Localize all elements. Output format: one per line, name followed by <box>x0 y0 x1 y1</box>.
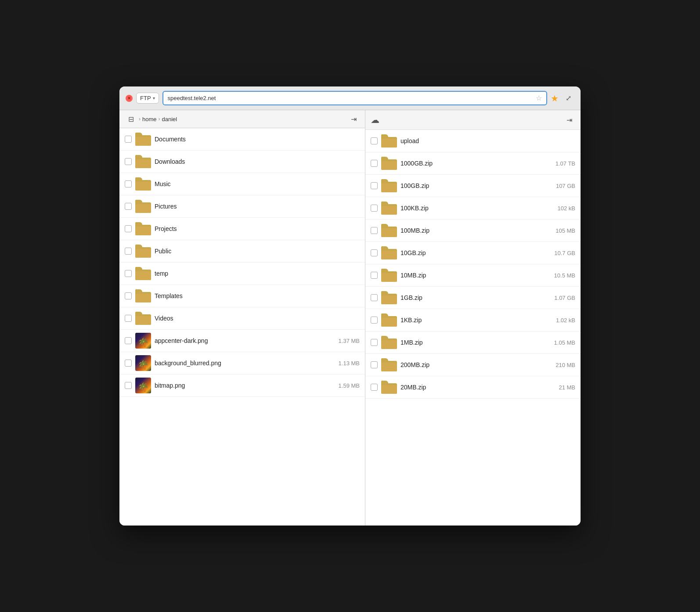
file-checkbox[interactable] <box>371 182 378 189</box>
file-size: 1.37 MB <box>329 338 360 344</box>
file-name: background_blurred.png <box>155 360 325 367</box>
file-size: 1.02 kB <box>545 317 575 324</box>
file-name: 10MB.zip <box>401 272 541 279</box>
list-item[interactable]: 10GB.zip 10.7 GB <box>365 242 581 264</box>
file-checkbox[interactable] <box>371 249 378 256</box>
list-item[interactable]: 100GB.zip 107 GB <box>365 175 581 197</box>
list-item[interactable]: Documents <box>119 128 365 151</box>
file-checkbox[interactable] <box>125 225 132 232</box>
list-item[interactable]: 🌴 bitmap.png 1.59 MB <box>119 374 365 397</box>
file-checkbox[interactable] <box>371 317 378 324</box>
list-item[interactable]: Pictures <box>119 195 365 218</box>
list-item[interactable]: upload <box>365 130 581 152</box>
folder-icon <box>381 200 397 216</box>
file-checkbox[interactable] <box>125 270 132 277</box>
folder-icon <box>381 155 397 171</box>
close-icon: ✕ <box>127 96 131 101</box>
file-checkbox[interactable] <box>125 360 132 367</box>
list-item[interactable]: 100MB.zip 105 MB <box>365 220 581 242</box>
image-thumbnail: 🌴 <box>135 378 151 393</box>
list-item[interactable]: 1KB.zip 1.02 kB <box>365 309 581 331</box>
folder-icon <box>381 133 397 149</box>
list-item[interactable]: 100KB.zip 102 kB <box>365 197 581 220</box>
file-name: 100GB.zip <box>401 182 541 189</box>
left-pane: ⊟ › home › daniel ⇥ <box>119 110 365 526</box>
list-item[interactable]: 10MB.zip 10.5 MB <box>365 264 581 287</box>
file-name: Downloads <box>155 158 325 165</box>
file-name: 1MB.zip <box>401 339 541 346</box>
file-size: 105 MB <box>545 227 575 234</box>
folder-icon <box>381 178 397 194</box>
file-checkbox[interactable] <box>371 227 378 234</box>
file-checkbox[interactable] <box>125 337 132 344</box>
folder-icon <box>135 176 151 192</box>
file-checkbox[interactable] <box>371 272 378 279</box>
list-item[interactable]: Downloads <box>119 151 365 173</box>
close-button[interactable]: ✕ <box>126 95 133 102</box>
file-checkbox[interactable] <box>125 315 132 322</box>
file-name: 1000GB.zip <box>401 160 541 167</box>
expand-button[interactable]: ⤢ <box>562 92 574 104</box>
folder-icon <box>381 290 397 306</box>
file-name: upload <box>401 137 541 144</box>
file-size: 102 kB <box>545 205 575 212</box>
file-size: 1.13 MB <box>329 360 360 367</box>
list-item[interactable]: 20MB.zip 21 MB <box>365 376 581 399</box>
protocol-dropdown[interactable]: FTP ▾ <box>136 93 159 104</box>
file-size: 1.07 TB <box>545 160 575 167</box>
left-upload-button[interactable]: ⇥ <box>347 113 360 125</box>
upload-icon: ⇥ <box>351 115 357 123</box>
breadcrumb-home[interactable]: home <box>142 116 157 122</box>
file-checkbox[interactable] <box>125 292 132 299</box>
folder-icon <box>381 223 397 238</box>
file-checkbox[interactable] <box>125 382 132 389</box>
file-checkbox[interactable] <box>371 137 378 144</box>
list-item[interactable]: 1MB.zip 1.05 MB <box>365 331 581 354</box>
main-content: ⊟ › home › daniel ⇥ <box>119 110 581 526</box>
list-item[interactable]: temp <box>119 263 365 285</box>
file-checkbox[interactable] <box>371 205 378 212</box>
image-thumbnail: 🌴 <box>135 333 151 349</box>
file-checkbox[interactable] <box>125 180 132 187</box>
file-checkbox[interactable] <box>371 294 378 301</box>
right-pane: ☁ ⇥ upload <box>365 110 581 526</box>
list-item[interactable]: Music <box>119 173 365 195</box>
right-nav-bar: ☁ ⇥ <box>365 110 581 130</box>
left-file-list: Documents Downloads <box>119 128 365 397</box>
file-size: 10.5 MB <box>545 272 575 279</box>
list-item[interactable]: 🌴 background_blurred.png 1.13 MB <box>119 352 365 374</box>
folder-icon <box>135 221 151 237</box>
file-name: bitmap.png <box>155 382 325 389</box>
list-item[interactable]: Public <box>119 240 365 263</box>
starred-icon[interactable]: ★ <box>551 93 559 104</box>
bookmark-icon[interactable]: ☆ <box>536 94 542 102</box>
file-checkbox[interactable] <box>125 248 132 255</box>
list-item[interactable]: Templates <box>119 285 365 307</box>
folder-icon <box>135 243 151 259</box>
list-item[interactable]: 1GB.zip 1.07 GB <box>365 287 581 309</box>
list-item[interactable]: 🌴 appcenter-dark.png 1.37 MB <box>119 330 365 352</box>
file-checkbox[interactable] <box>371 160 378 167</box>
file-checkbox[interactable] <box>125 158 132 165</box>
file-checkbox[interactable] <box>125 136 132 143</box>
file-name: appcenter-dark.png <box>155 337 325 344</box>
folder-icon <box>135 266 151 281</box>
address-text[interactable]: speedtest.tele2.net <box>168 95 532 101</box>
breadcrumb-daniel[interactable]: daniel <box>162 116 177 122</box>
file-checkbox[interactable] <box>371 361 378 368</box>
folder-icon <box>381 245 397 261</box>
list-item[interactable]: 200MB.zip 210 MB <box>365 354 581 376</box>
list-item[interactable]: Videos <box>119 307 365 330</box>
file-checkbox[interactable] <box>371 339 378 346</box>
file-name: 1KB.zip <box>401 317 541 324</box>
file-size: 1.05 MB <box>545 339 575 346</box>
list-item[interactable]: Projects <box>119 218 365 240</box>
file-checkbox[interactable] <box>371 384 378 391</box>
file-name: 20MB.zip <box>401 384 541 391</box>
file-checkbox[interactable] <box>125 203 132 210</box>
list-item[interactable]: 1000GB.zip 1.07 TB <box>365 152 581 175</box>
file-size: 10.7 GB <box>545 250 575 256</box>
upload-right-icon: ⇥ <box>566 116 572 124</box>
right-upload-button[interactable]: ⇥ <box>563 114 575 126</box>
breadcrumb-sep-2: › <box>159 116 160 122</box>
